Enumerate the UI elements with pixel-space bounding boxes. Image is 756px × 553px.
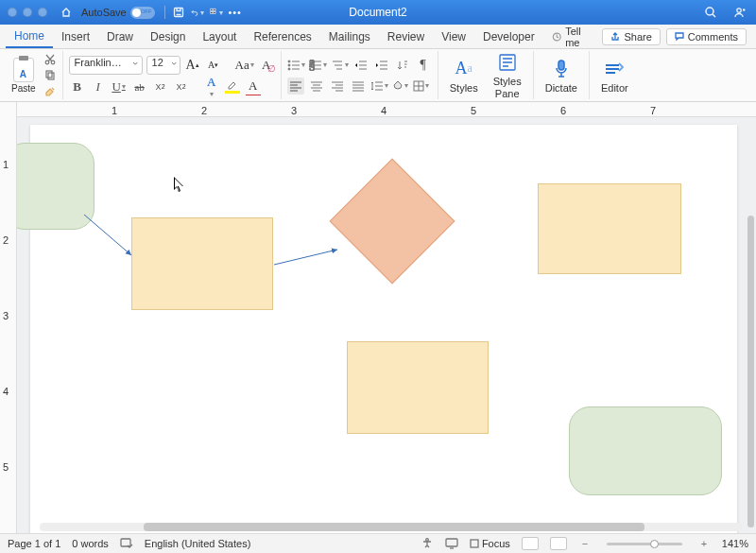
- clear-formatting-icon[interactable]: A∅: [258, 57, 275, 74]
- styles-button[interactable]: Aa Styles: [444, 58, 484, 94]
- copy-icon[interactable]: [43, 69, 57, 82]
- display-settings-icon[interactable]: [445, 537, 458, 550]
- tab-home[interactable]: Home: [6, 25, 53, 48]
- text-effects-icon[interactable]: A▾: [203, 78, 220, 95]
- autosave-label: AutoSave: [81, 7, 127, 18]
- search-icon[interactable]: [704, 6, 717, 19]
- editor-label: Editor: [601, 82, 628, 94]
- web-layout-view-icon[interactable]: [550, 537, 567, 550]
- dictate-button[interactable]: Dictate: [540, 58, 583, 94]
- editor-button[interactable]: Editor: [595, 58, 634, 94]
- svg-point-6: [737, 9, 741, 12]
- align-right-icon[interactable]: [329, 78, 346, 95]
- focus-mode[interactable]: Focus: [470, 538, 510, 549]
- font-color-icon[interactable]: A: [245, 78, 262, 95]
- tab-insert[interactable]: Insert: [53, 25, 98, 48]
- minimize-window-icon[interactable]: [23, 8, 32, 17]
- format-painter-icon[interactable]: [43, 85, 57, 98]
- cut-icon[interactable]: [43, 53, 57, 66]
- spellcheck-icon[interactable]: [120, 537, 133, 550]
- qat-more-icon[interactable]: •••: [229, 6, 242, 19]
- close-window-icon[interactable]: [8, 8, 17, 17]
- tab-view[interactable]: View: [433, 25, 474, 48]
- borders-icon[interactable]: ▾: [413, 78, 430, 95]
- align-center-icon[interactable]: [308, 78, 325, 95]
- numbered-list-icon[interactable]: 123▾: [309, 57, 327, 74]
- shading-icon[interactable]: ▾: [392, 78, 409, 95]
- multilevel-list-icon[interactable]: ▾: [331, 57, 349, 74]
- highlight-color-icon[interactable]: [224, 78, 241, 95]
- word-count[interactable]: 0 words: [72, 538, 109, 549]
- autosave-toggle[interactable]: AutoSave OFF: [81, 7, 155, 19]
- increase-indent-icon[interactable]: [373, 57, 390, 74]
- font-name-select[interactable]: Franklin Go...: [69, 56, 143, 75]
- accessibility-icon[interactable]: [421, 537, 434, 550]
- decrease-font-icon[interactable]: A▾: [205, 57, 222, 74]
- decrease-indent-icon[interactable]: [352, 57, 369, 74]
- page-status[interactable]: Page 1 of 1: [8, 538, 60, 549]
- undo-icon[interactable]: ▾: [191, 6, 204, 19]
- share-button[interactable]: Share: [602, 28, 660, 45]
- italic-button[interactable]: I: [90, 78, 107, 95]
- vertical-ruler[interactable]: 1 2 3 4 5: [0, 102, 17, 533]
- share-presence-icon[interactable]: [732, 6, 746, 19]
- zoom-window-icon[interactable]: [38, 8, 47, 17]
- group-paragraph: ▾ 123▾ ▾ ¶ ▾ ▾ ▾: [282, 51, 438, 99]
- horizontal-ruler[interactable]: 1 2 3 4 5 6 7: [17, 102, 756, 117]
- font-size-select[interactable]: 12: [146, 56, 180, 75]
- separator: [164, 6, 165, 19]
- hruler-tick: 2: [201, 105, 207, 116]
- document-area[interactable]: 1 2 3 4 5 6 7: [17, 102, 756, 533]
- vertical-scrollbar[interactable]: [747, 216, 754, 527]
- zoom-slider[interactable]: [607, 543, 682, 545]
- sort-icon[interactable]: [394, 57, 411, 74]
- zoom-in-icon[interactable]: +: [697, 537, 711, 550]
- svg-point-24: [426, 539, 429, 542]
- save-icon[interactable]: [172, 6, 185, 19]
- horizontal-scrollbar[interactable]: [40, 523, 743, 531]
- underline-button[interactable]: U▾: [111, 78, 128, 95]
- change-case-icon[interactable]: Aa▾: [235, 57, 254, 74]
- strikethrough-button[interactable]: ab: [131, 78, 148, 95]
- line-spacing-icon[interactable]: ▾: [370, 78, 388, 95]
- bullet-list-icon[interactable]: ▾: [287, 57, 305, 74]
- tab-layout[interactable]: Layout: [194, 25, 245, 48]
- hruler-tick: 4: [381, 105, 387, 116]
- tab-mailings[interactable]: Mailings: [320, 25, 379, 48]
- vruler-tick: 5: [3, 461, 9, 473]
- styles-icon: Aa: [455, 58, 472, 80]
- tell-me[interactable]: Tell me: [543, 25, 603, 48]
- styles-pane-button[interactable]: Styles Pane: [488, 51, 527, 98]
- home-icon[interactable]: [60, 6, 73, 19]
- page[interactable]: [30, 125, 737, 533]
- zoom-thumb[interactable]: [650, 540, 659, 548]
- mouse-cursor-icon: [174, 177, 185, 194]
- align-left-icon[interactable]: [287, 78, 304, 95]
- show-marks-icon[interactable]: ¶: [415, 57, 432, 74]
- qat-grid-icon[interactable]: ▾: [210, 6, 223, 19]
- zoom-level[interactable]: 141%: [722, 538, 748, 549]
- print-layout-view-icon[interactable]: [522, 537, 539, 550]
- tab-review[interactable]: Review: [379, 25, 433, 48]
- subscript-button[interactable]: X2: [152, 78, 169, 95]
- hscroll-thumb[interactable]: [144, 523, 644, 531]
- paste-button[interactable]: A Paste: [11, 58, 36, 94]
- bold-button[interactable]: B: [69, 78, 86, 95]
- language-status[interactable]: English (United States): [145, 538, 251, 549]
- window-controls: [8, 8, 47, 17]
- svg-rect-26: [471, 540, 478, 547]
- zoom-out-icon[interactable]: −: [578, 537, 592, 550]
- svg-point-13: [288, 64, 290, 66]
- tab-draw[interactable]: Draw: [98, 25, 142, 48]
- svg-line-21: [84, 215, 131, 255]
- justify-icon[interactable]: [350, 78, 367, 95]
- tab-developer[interactable]: Developer: [474, 25, 543, 48]
- superscript-button[interactable]: X2: [173, 78, 190, 95]
- tab-design[interactable]: Design: [142, 25, 194, 48]
- tab-references[interactable]: References: [245, 25, 319, 48]
- increase-font-icon[interactable]: A▴: [184, 57, 201, 74]
- autosave-switch[interactable]: OFF: [130, 7, 155, 19]
- clipboard-icon: A: [13, 58, 34, 82]
- comments-button[interactable]: Comments: [666, 28, 747, 45]
- connector-arrows[interactable]: [30, 125, 748, 503]
